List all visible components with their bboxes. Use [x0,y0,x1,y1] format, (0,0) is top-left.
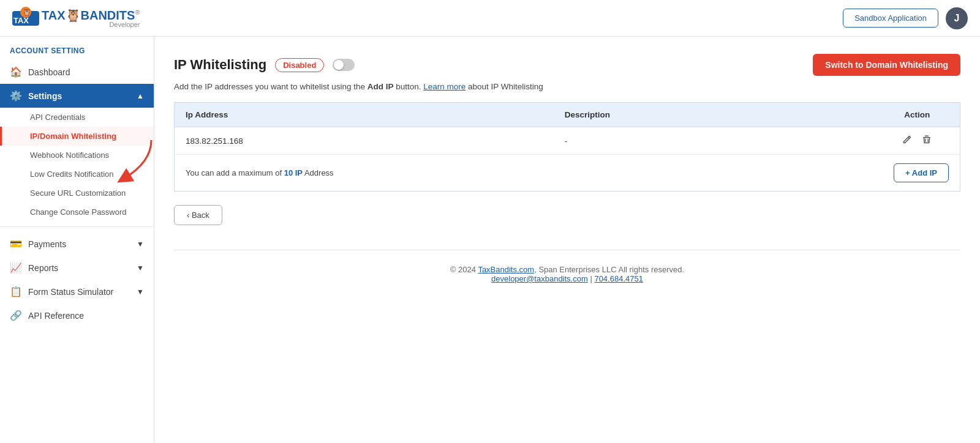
avatar[interactable]: J [946,7,968,29]
learn-more-link[interactable]: Learn more [423,82,466,91]
page-header-row: IP Whitelisting Disabled Switch to Domai… [174,54,960,76]
delete-button[interactable] [922,135,932,147]
edit-icon [902,135,912,144]
toggle-knob [334,60,344,70]
table-header-row: Ip Address Description Action [175,103,960,127]
settings-chevron: ▲ [137,92,144,100]
footer-phone-link[interactable]: 704.684.4751 [594,274,643,283]
logo: TAX 🦉 TAX🦉BANDITS® Developer [12,6,140,31]
reports-chevron: ▼ [137,264,144,272]
logo-text: TAX🦉BANDITS® Developer [42,9,140,28]
settings-icon: ⚙️ [10,90,22,102]
edit-button[interactable] [902,135,912,147]
col-action: Action [875,103,960,127]
logo-icon: TAX 🦉 [12,6,39,31]
description-row: Add the IP addresses you want to whiteli… [174,82,960,91]
sidebar-item-api-reference[interactable]: 🔗 API Reference [0,303,154,327]
sidebar-item-dashboard[interactable]: 🏠 Dashboard [0,60,154,84]
status-badge: Disabled [275,58,324,72]
main-content: IP Whitelisting Disabled Switch to Domai… [154,37,980,443]
footer-email-link[interactable]: developer@taxbandits.com [491,274,588,283]
footer-company-link[interactable]: TaxBandits.com [478,265,534,274]
cell-description: - [554,127,875,155]
cell-ip: 183.82.251.168 [175,127,554,155]
sidebar-sub-change-password[interactable]: Change Console Password [0,203,154,222]
col-description: Description [554,103,875,127]
table-row: 183.82.251.168 - [175,127,960,155]
sidebar-sub-low-credits[interactable]: Low Credits Notification [0,165,154,184]
page-title: IP Whitelisting [174,57,266,73]
sidebar-label-dashboard: Dashboard [28,67,70,77]
sidebar-item-form-status[interactable]: 📋 Form Status Simulator ▼ [0,280,154,303]
sidebar-item-reports[interactable]: 📈 Reports ▼ [0,256,154,280]
header: TAX 🦉 TAX🦉BANDITS® Developer Sandbox App… [0,0,980,37]
sidebar-sub-webhook[interactable]: Webhook Notifications [0,146,154,165]
toggle-wrap[interactable] [333,59,355,71]
max-info-row: You can add a maximum of 10 IP Address +… [174,155,960,192]
col-ip-address: Ip Address [175,103,554,127]
sidebar-sub-ip-domain[interactable]: IP/Domain Whitelisting [0,127,154,146]
sidebar: ACCOUNT SETTING 🏠 Dashboard ⚙️ Settings … [0,37,154,443]
back-button[interactable]: ‹ Back [174,205,222,225]
reports-icon: 📈 [10,262,22,274]
dashboard-icon: 🏠 [10,66,22,78]
api-reference-icon: 🔗 [10,310,22,321]
sidebar-label-settings: Settings [28,91,62,101]
logo-area: TAX 🦉 TAX🦉BANDITS® Developer [12,6,140,31]
header-right: Sandbox Application J [843,7,968,29]
cell-action [875,127,960,155]
svg-text:🦉: 🦉 [23,8,31,17]
payments-chevron: ▼ [137,240,144,248]
page-title-area: IP Whitelisting Disabled [174,57,355,73]
add-ip-bold: Add IP [368,82,394,91]
sidebar-section-label: ACCOUNT SETTING [0,47,154,60]
footer: © 2024 TaxBandits.com, Span Enterprises … [174,250,960,298]
form-status-icon: 📋 [10,286,22,297]
action-icons [886,135,949,147]
layout: ACCOUNT SETTING 🏠 Dashboard ⚙️ Settings … [0,37,980,443]
sidebar-divider-1 [0,226,154,227]
max-info-text: You can add a maximum of 10 IP Address [186,168,334,177]
svg-rect-4 [923,137,930,138]
form-status-chevron: ▼ [137,288,144,296]
ip-toggle[interactable] [333,59,355,71]
switch-domain-button[interactable]: Switch to Domain Whitelisting [813,54,960,76]
payments-icon: 💳 [10,238,22,250]
sidebar-item-payments[interactable]: 💳 Payments ▼ [0,232,154,256]
sandbox-button[interactable]: Sandbox Application [843,9,938,28]
svg-rect-5 [925,136,929,137]
delete-icon [922,135,932,144]
sidebar-sub-api-credentials[interactable]: API Credentials [0,108,154,127]
logo-main: TAX🦉BANDITS® [42,9,140,22]
ip-table: Ip Address Description Action 183.82.251… [174,102,960,155]
footer-contact: developer@taxbandits.com | 704.684.4751 [189,274,946,283]
add-ip-button[interactable]: + Add IP [894,163,949,182]
footer-copyright: © 2024 TaxBandits.com, Span Enterprises … [189,265,946,274]
sidebar-sub-menu: API Credentials IP/Domain Whitelisting W… [0,108,154,222]
sidebar-sub-secure-url[interactable]: Secure URL Customization [0,184,154,203]
sidebar-item-settings[interactable]: ⚙️ Settings ▲ [0,84,154,108]
